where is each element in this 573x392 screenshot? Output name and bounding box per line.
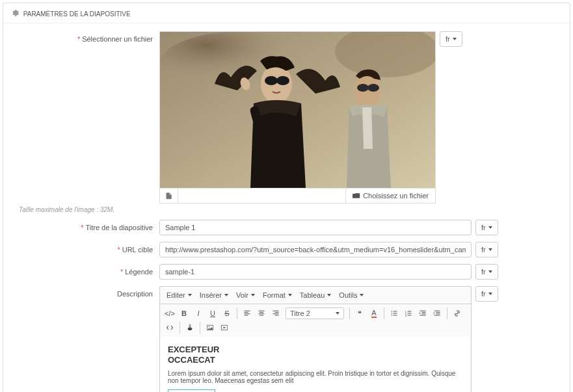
svg-text:3: 3 (405, 315, 406, 317)
svg-rect-12 (366, 87, 369, 88)
required-star: * (77, 35, 80, 43)
image-preview (160, 32, 435, 188)
bold-icon[interactable]: B (177, 306, 191, 320)
editor-content[interactable]: EXCEPTEUR OCCAECAT Lorem ipsum dolor sit… (159, 337, 472, 392)
shop-now-button[interactable]: SHOP NOW ! (168, 389, 215, 392)
svg-rect-6 (275, 80, 278, 81)
required-star: * (120, 268, 123, 276)
menu-insert[interactable]: Insérer (196, 289, 232, 302)
label-select-file: Sélectionner un fichier (82, 35, 153, 43)
label-title: Titre de la diapositive (85, 224, 153, 231)
title-input[interactable] (159, 220, 472, 235)
label-url: URL cible (122, 246, 153, 254)
url-input[interactable] (159, 242, 472, 257)
anchor-icon[interactable] (183, 320, 197, 335)
outdent-icon[interactable] (416, 306, 430, 320)
quote-icon[interactable]: ❝ (353, 306, 367, 320)
content-heading-2: OCCAECAT (168, 355, 215, 365)
caret-down-icon (488, 248, 492, 251)
caret-down-icon (488, 226, 492, 229)
align-center-icon[interactable] (254, 306, 269, 320)
italic-icon[interactable]: I (191, 306, 206, 320)
indent-icon[interactable] (430, 306, 444, 320)
strike-icon[interactable]: S (220, 306, 234, 320)
media-icon[interactable] (217, 320, 232, 335)
label-legend: Légende (125, 268, 153, 276)
code-block-icon[interactable] (163, 320, 177, 335)
menu-edit[interactable]: Editer (163, 289, 196, 302)
lang-dropdown-url[interactable]: fr (475, 242, 498, 257)
menu-format[interactable]: Format (259, 289, 296, 302)
menu-view[interactable]: Voir (232, 289, 259, 302)
editor-toolbar: </> B I U S Titre 2 ❝ A (159, 304, 472, 337)
panel-title: PARAMÈTRES DE LA DIAPOSITIVE (23, 10, 131, 18)
gear-icon (11, 10, 21, 18)
lang-dropdown-title[interactable]: fr (475, 220, 498, 235)
svg-point-19 (189, 324, 191, 326)
link-icon[interactable] (450, 306, 464, 320)
code-icon[interactable]: </> (163, 306, 177, 320)
svg-point-21 (209, 326, 210, 328)
content-heading-1: EXCEPTEUR (168, 345, 219, 354)
ul-icon[interactable] (387, 306, 401, 320)
image-preview-box: Choisissez un fichier (159, 31, 436, 203)
svg-point-5 (276, 76, 289, 85)
caret-down-icon (453, 38, 457, 40)
caret-down-icon (488, 270, 492, 273)
panel-heading: PARAMÈTRES DE LA DIAPOSITIVE (3, 3, 570, 23)
svg-point-13 (392, 311, 393, 312)
align-left-icon[interactable] (240, 306, 254, 320)
lang-dropdown-desc[interactable]: fr (475, 286, 498, 302)
editor-menu-bar: Editer Insérer Voir Format Tableau Outil… (159, 286, 472, 304)
label-description: Description (117, 290, 153, 298)
underline-icon[interactable]: U (206, 306, 220, 320)
choose-file-label: Choisissez un fichier (363, 192, 429, 200)
textcolor-icon[interactable]: A (367, 306, 381, 320)
ol-icon[interactable]: 123 (401, 306, 416, 320)
file-icon (160, 189, 178, 203)
svg-point-11 (367, 84, 379, 92)
choose-file-button[interactable]: Choisissez un fichier (345, 189, 435, 203)
menu-tools[interactable]: Outils (335, 289, 367, 302)
align-right-icon[interactable] (269, 306, 283, 320)
lang-dropdown-legend[interactable]: fr (475, 264, 498, 280)
format-select[interactable]: Titre 2 (286, 307, 344, 319)
content-body: Lorem ipsum dolor sit amet, consectetur … (168, 370, 463, 384)
menu-table[interactable]: Tableau (296, 289, 336, 302)
max-size-hint: Taille maximale de l'image : 32M. (19, 206, 436, 213)
lang-dropdown-file[interactable]: fr (440, 31, 462, 47)
svg-point-15 (392, 315, 393, 316)
required-star: * (81, 224, 83, 231)
legend-input[interactable] (159, 264, 472, 280)
image-icon[interactable] (203, 320, 217, 335)
caret-down-icon (488, 293, 492, 295)
svg-point-14 (392, 313, 393, 314)
required-star: * (117, 246, 120, 254)
